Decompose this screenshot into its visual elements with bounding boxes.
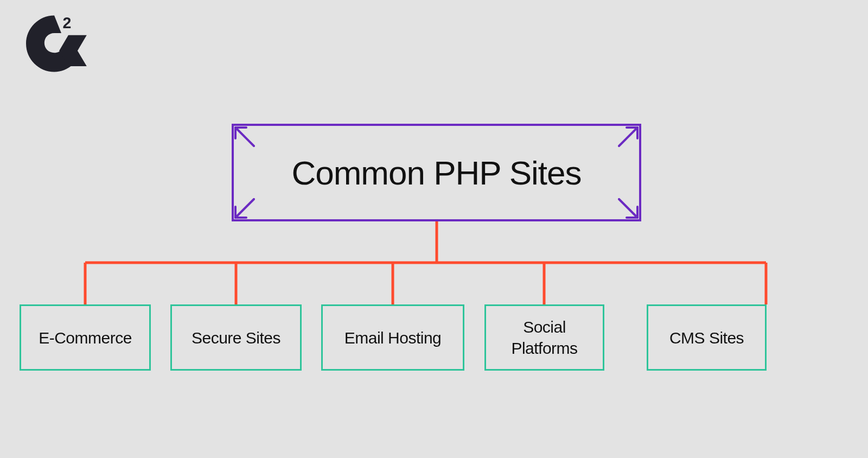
svg-line-5 <box>619 128 637 146</box>
corner-arrow-icon <box>616 196 641 221</box>
svg-line-2 <box>235 128 254 146</box>
corner-arrow-icon <box>616 124 641 149</box>
child-node-social-platforms: Social Platforms <box>484 304 604 371</box>
child-node-secure-sites: Secure Sites <box>170 304 302 371</box>
child-label: Email Hosting <box>344 327 442 348</box>
child-node-cms-sites: CMS Sites <box>647 304 767 371</box>
main-title-box: Common PHP Sites <box>232 124 641 221</box>
child-label: CMS Sites <box>669 327 744 348</box>
diagram-title: Common PHP Sites <box>291 154 581 192</box>
connector-lines <box>0 0 868 458</box>
corner-arrow-icon <box>232 196 257 221</box>
child-label: Social Platforms <box>511 316 577 359</box>
child-node-ecommerce: E-Commerce <box>20 304 151 371</box>
child-label: E-Commerce <box>39 327 132 348</box>
svg-line-11 <box>619 199 637 218</box>
child-label: Secure Sites <box>192 327 280 348</box>
svg-line-8 <box>235 199 254 218</box>
child-node-email-hosting: Email Hosting <box>321 304 464 371</box>
corner-arrow-icon <box>232 124 257 149</box>
